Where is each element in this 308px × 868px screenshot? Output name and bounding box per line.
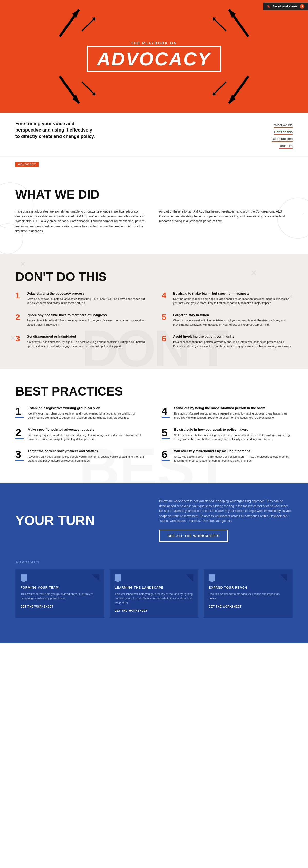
- svg-line-6: [213, 82, 226, 95]
- your-turn-section: YOUR TURN Below are worksheets to get yo…: [0, 484, 308, 558]
- dont-item-content-5: Forget to stay in touch Check in once a …: [173, 313, 292, 327]
- dont-item-5: 5 Forget to stay in touch Check in once …: [162, 313, 292, 327]
- dont-number-2: 2: [16, 313, 23, 321]
- dont-item-6: 6 Avoid involving the patient community …: [162, 335, 292, 348]
- playbook-subtitle: THE PLAYBOOK ON: [87, 41, 221, 45]
- bp-text-3: Advocacy only goes as far as the people …: [28, 455, 146, 463]
- dont-number-4: 4: [162, 291, 169, 300]
- your-turn-title: YOUR TURN: [16, 514, 149, 527]
- arrow-bottom-left: [80, 80, 97, 97]
- bp-text-4: By staying informed, prepared and engage…: [174, 411, 292, 420]
- dont-text-6: It's a misconception that political advo…: [173, 340, 292, 348]
- worksheet-card-3[interactable]: EXPAND YOUR REACH Use this worksheet to …: [203, 569, 292, 618]
- nav-what-we-did[interactable]: What we did: [274, 123, 292, 128]
- dont-heading-3: Get discouraged or intimidated: [27, 335, 146, 338]
- dont-item-content-3: Get discouraged or intimidated If at fir…: [27, 335, 146, 348]
- dont-heading-6: Avoid involving the patient community: [173, 335, 292, 338]
- advocacy-tag: ADVOCACY: [16, 162, 39, 167]
- worksheet-card-inner-1: FORMING YOUR TEAM This worksheet will he…: [21, 575, 99, 609]
- saved-worksheets-button[interactable]: 🔖 Saved Worksheets 5: [263, 3, 308, 10]
- bp-item-content-5: Be strategic in how you speak to policym…: [174, 428, 292, 441]
- bp-text-1: Identify your main champions early on an…: [28, 411, 146, 420]
- worksheets-grid: FORMING YOUR TEAM This worksheet will he…: [16, 569, 292, 618]
- bp-heading-5: Be strategic in how you speak to policym…: [174, 428, 292, 431]
- see-all-worksheets-button[interactable]: SEE ALL THE WORKSHEETS: [159, 530, 228, 542]
- nav-links: What we did Don't do this Best practices…: [272, 121, 292, 149]
- nav-dont-do-this[interactable]: Don't do this: [274, 130, 292, 135]
- worksheet-title-2: LEARNING THE LANDSCAPE: [115, 586, 194, 589]
- advocacy-box: ADVOCACY: [87, 46, 221, 72]
- bp-item-content-6: Win over key stakeholders by making it p…: [174, 449, 292, 463]
- hero-logo: THE PLAYBOOK ON ADVOCACY: [87, 41, 221, 72]
- x-deco: ×: [21, 259, 25, 268]
- dont-items-grid: 1 Delay starting the advocacy process Gr…: [16, 291, 292, 348]
- bp-heading-4: Stand out by being the most informed per…: [174, 406, 292, 410]
- bp-item-content-4: Stand out by being the most informed per…: [174, 406, 292, 420]
- dont-number-5: 5: [162, 313, 169, 321]
- worksheet-flag-3: [209, 575, 215, 582]
- get-worksheet-link-2[interactable]: GET THE WORKSHEET: [115, 609, 147, 612]
- what-we-did-title: WHAT WE DID: [16, 187, 292, 202]
- dont-number-6: 6: [162, 335, 169, 343]
- get-worksheet-link-3[interactable]: GET THE WORKSHEET: [209, 605, 242, 608]
- dont-heading-4: Be afraid to make big — but specific — r…: [173, 291, 292, 295]
- get-worksheet-link-1[interactable]: GET THE WORKSHEET: [21, 605, 53, 608]
- worksheet-desc-1: This worksheet will help you get started…: [21, 592, 99, 600]
- worksheet-flag-1: [21, 575, 27, 582]
- bp-item-content-2: Make specific, pointed advocacy requests…: [28, 428, 146, 441]
- dont-do-title: DON'T DO THIS: [16, 270, 292, 284]
- bp-text-2: By making requests related to specific b…: [28, 433, 146, 441]
- bookmark-icon: 🔖: [267, 5, 271, 8]
- hero-section: THE PLAYBOOK ON ADVOCACY: [0, 0, 308, 113]
- dont-item-1: 1 Delay starting the advocacy process Gr…: [16, 291, 146, 305]
- nav-best-practices[interactable]: Best practices: [272, 137, 292, 142]
- best-practices-section: BEST BEST PRACTICES 1 Establish a legisl…: [0, 369, 308, 484]
- bp-item-1: 1 Establish a legislative working group …: [16, 406, 146, 420]
- worksheet-card-inner-3: EXPAND YOUR REACH Use this worksheet to …: [209, 575, 287, 609]
- dont-item-content-6: Avoid involving the patient community It…: [173, 335, 292, 348]
- worksheets-section: ADVOCACY FORMING YOUR TEAM This workshee…: [0, 558, 308, 644]
- dont-item-content-4: Be afraid to make big — but specific — r…: [173, 291, 292, 305]
- worksheet-card-2[interactable]: LEARNING THE LANDSCAPE This worksheet wi…: [110, 569, 199, 618]
- dont-item-3: 3 Get discouraged or intimidated If at f…: [16, 335, 146, 348]
- card-triangle-1: [92, 575, 99, 582]
- svg-line-4: [82, 82, 95, 95]
- card-triangle-2: [186, 575, 193, 582]
- x-deco: ×: [10, 333, 16, 343]
- your-turn-right: Below are worksheets to get you started …: [159, 499, 292, 542]
- svg-line-0: [82, 18, 95, 31]
- bp-heading-6: Win over key stakeholders by making it p…: [174, 449, 292, 453]
- dont-text-3: If at first you don't succeed, try again…: [27, 340, 146, 348]
- bp-number-3: 3: [16, 449, 24, 461]
- worksheet-title-3: EXPAND YOUR REACH: [209, 586, 287, 589]
- dont-text-2: Research which political influencers may…: [27, 318, 146, 327]
- dont-text-1: Growing a network of political advocates…: [27, 297, 146, 305]
- bp-heading-2: Make specific, pointed advocacy requests: [28, 428, 146, 431]
- svg-line-2: [213, 18, 226, 31]
- card-triangle-3: [280, 575, 287, 582]
- worksheet-desc-2: This worksheet will help you gain the la…: [115, 592, 194, 605]
- advocacy-title: ADVOCACY: [97, 50, 211, 68]
- worksheets-advocacy-label: ADVOCACY: [16, 558, 292, 564]
- subtitle-text: Fine-tuning your voice and perspective a…: [16, 121, 97, 140]
- dont-item-4: 4 Be afraid to make big — but specific —…: [162, 291, 292, 305]
- your-turn-inner: YOUR TURN Below are worksheets to get yo…: [16, 499, 292, 542]
- saved-count-badge: 5: [300, 4, 304, 9]
- worksheet-card-1[interactable]: FORMING YOUR TEAM This worksheet will he…: [16, 569, 105, 618]
- worksheet-desc-3: Use this worksheet to broaden your reach…: [209, 592, 287, 600]
- subtitle-nav: Fine-tuning your voice and perspective a…: [0, 113, 308, 157]
- bp-heading-1: Establish a legislative working group ea…: [28, 406, 146, 410]
- bp-item-4: 4 Stand out by being the most informed p…: [162, 406, 292, 420]
- your-turn-description: Below are worksheets to get you started …: [159, 499, 292, 524]
- what-we-did-section: ↓ WHAT WE DID Rare disease advocates are…: [0, 172, 308, 254]
- bp-item-5: 5 Be strategic in how you speak to polic…: [162, 428, 292, 441]
- dont-number-1: 1: [16, 291, 23, 300]
- dont-number-3: 3: [16, 335, 23, 343]
- dont-item-content-2: Ignore any possible links to members of …: [27, 313, 146, 327]
- worksheet-flag-2: [115, 575, 121, 582]
- nav-your-turn[interactable]: Your turn: [279, 144, 292, 149]
- bp-text-6: Show key stakeholders — either donors or…: [174, 455, 292, 463]
- advocacy-tag-section: ADVOCACY: [0, 157, 308, 172]
- bp-number-1: 1: [16, 406, 24, 417]
- saved-worksheets-label: Saved Worksheets: [273, 5, 298, 8]
